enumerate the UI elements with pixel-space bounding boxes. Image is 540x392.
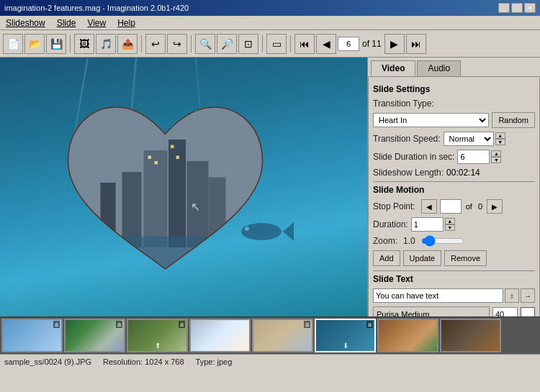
thumb-5[interactable]: a [252,319,313,352]
stop-input[interactable] [440,199,462,214]
motion-duration-input[interactable]: 1 [411,217,444,232]
speed-down-btn[interactable]: ▼ [495,139,505,145]
save-button[interactable]: 💾 [46,34,66,54]
tab-video[interactable]: Video [371,60,415,76]
motion-duration-label: Duration: [373,219,408,229]
duration-spinner: ▲ ▼ [491,150,501,163]
maximize-button[interactable]: □ [511,3,523,13]
text-icon-btn-2[interactable]: → [521,288,535,303]
thumb-6-label: a [366,321,373,328]
goto-next-button[interactable]: ▶ [384,34,405,54]
update-button[interactable]: Update [403,250,441,266]
zoom-in-button[interactable]: 🔍 [195,34,215,54]
zoom-fit-button[interactable]: ⊡ [238,34,258,54]
panel-content: Slide Settings Transition Type: Heart In… [368,76,540,316]
new-button[interactable]: 📄 [3,34,23,54]
import-audio-button[interactable]: 🎵 [96,34,116,54]
cursor-indicator: ↖ [191,200,200,214]
nav-of-label: of 11 [362,39,382,49]
thumb-2[interactable]: a [64,319,125,352]
nav-page-input[interactable]: 6 [338,37,359,51]
svg-rect-14 [58,237,274,291]
motion-duration-up-btn[interactable]: ▲ [445,218,455,224]
tab-bar: Video Audio [368,58,540,76]
preview-area: ↖ [0,58,367,316]
zoom-out-button[interactable]: 🔎 [217,34,237,54]
stop-prev-button[interactable]: ◀ [421,199,437,214]
thumb-4[interactable] [189,319,251,352]
thumb-6[interactable]: a ⬇ [315,319,376,352]
preview-image: ↖ [0,58,367,316]
transition-type-row: Transition Type: [373,99,535,109]
menu-slide[interactable]: Slide [54,17,79,29]
preview-frame-button[interactable]: ▭ [266,34,287,54]
text-input-row: You can have text ↕ → [373,288,535,303]
thumb-5-label: a [304,321,310,328]
status-resolution: Resolution: 1024 x 768 [103,357,184,366]
transition-type-label: Transition Type: [373,99,434,109]
slide-text-input[interactable]: You can have text [373,288,503,303]
menu-help[interactable]: Help [114,17,138,29]
duration-up-btn[interactable]: ▲ [491,150,501,157]
transition-select[interactable]: Heart In [373,113,489,127]
svg-rect-9 [209,178,226,248]
status-filename: sample_ss/0024 (9).JPG [4,357,91,366]
menu-view[interactable]: View [84,17,109,29]
export-button[interactable]: 📤 [117,34,138,54]
svg-rect-13 [176,156,180,160]
stop-label: Stop Point: [373,201,415,211]
redo-button[interactable]: ↪ [167,34,187,54]
status-type: Type: jpeg [196,357,233,366]
menu-slideshow[interactable]: Slideshow [3,17,48,29]
close-button[interactable]: × [524,3,536,13]
duration-down-btn[interactable]: ▼ [491,157,501,163]
transition-speed-row: Transition Speed: Normal Slow Fast ▲ ▼ [373,132,535,146]
thumb-2-label: a [116,321,122,328]
titlebar-controls[interactable]: _ □ × [498,3,536,13]
svg-rect-5 [144,150,168,247]
toolbar-separator-4 [262,35,263,53]
titlebar: imagination-2 features.mag - Imagination… [0,0,540,16]
zoom-slider[interactable] [421,235,464,247]
goto-prev-button[interactable]: ◀ [316,34,336,54]
speed-up-btn[interactable]: ▲ [495,132,505,139]
svg-rect-10 [148,156,152,160]
add-button[interactable]: Add [373,250,400,266]
toolbar-separator-5 [290,35,291,53]
remove-button[interactable]: Remove [444,250,487,266]
toolbar: 📄 📂 💾 🖼 🎵 📤 ↩ ↪ 🔍 🔎 ⊡ ▭ ⏮ ◀ 6 of 11 ▶ ⏭ [0,30,540,58]
toolbar-separator-3 [191,35,192,53]
duration-label: Slide Duration in sec: [373,152,454,162]
thumb-1[interactable]: a [1,319,63,352]
motion-duration-down-btn[interactable]: ▼ [445,224,455,231]
font-row: Purisa Medium 40 [373,306,535,316]
import-image-button[interactable]: 🖼 [74,34,94,54]
minimize-button[interactable]: _ [498,3,510,13]
length-label: Slideshow Length: [373,168,444,178]
thumb-7[interactable] [377,319,438,352]
svg-rect-8 [101,183,116,247]
length-value: 00:02:14 [446,168,535,178]
speed-select[interactable]: Normal Slow Fast [444,132,494,146]
text-icon-btn-1[interactable]: ↕ [505,288,519,303]
font-button[interactable]: Purisa Medium [373,306,490,316]
toolbar-separator-2 [141,35,142,53]
thumb-8[interactable] [440,319,501,352]
goto-first-button[interactable]: ⏮ [294,34,315,54]
motion-action-row: Add Update Remove [373,250,535,266]
toolbar-separator-1 [70,35,71,53]
goto-last-button[interactable]: ⏭ [406,34,426,54]
font-size-input[interactable]: 40 [492,307,518,316]
tab-audio[interactable]: Audio [417,60,461,76]
duration-input[interactable]: 6 [457,150,490,164]
right-panel: Video Audio Slide Settings Transition Ty… [367,58,540,316]
open-button[interactable]: 📂 [24,34,45,54]
svg-rect-4 [122,172,142,247]
undo-button[interactable]: ↩ [145,34,166,54]
random-button[interactable]: Random [492,112,535,128]
stop-next-button[interactable]: ▶ [487,199,503,214]
divider-2 [373,270,535,271]
thumb-3[interactable]: a ⬆ [127,319,188,352]
font-color-swatch[interactable] [521,307,535,316]
heart-overlay [37,96,294,291]
